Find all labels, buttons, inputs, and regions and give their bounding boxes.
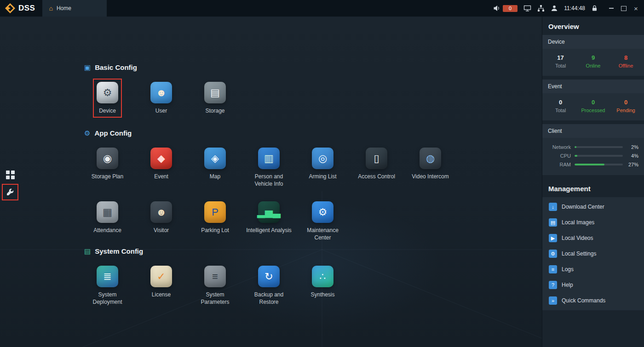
app-tile: ∴ xyxy=(312,266,334,287)
app-tile: ◆ xyxy=(150,148,172,169)
app-item-event[interactable]: ◆ Event xyxy=(134,144,188,198)
minimize-button[interactable] xyxy=(605,0,617,17)
app-item-access-control[interactable]: ▯ Access Control xyxy=(350,144,403,198)
section-title: System Config xyxy=(95,247,143,255)
stat-processed: 0 Processed xyxy=(577,99,610,113)
parking-lot-icon: P xyxy=(212,207,218,217)
stat-value: 17 xyxy=(544,54,577,61)
management-item-quick-commands[interactable]: » Quick Commands xyxy=(542,293,644,308)
system-deployment-icon: ≣ xyxy=(103,272,111,282)
tab-home[interactable]: ⌂ Home xyxy=(42,0,107,17)
alarm-center-button[interactable]: 0 xyxy=(493,5,518,12)
app-item-box: ≣ System Deployment xyxy=(80,262,134,309)
section-header: ▤ System Config xyxy=(84,247,457,255)
event-panel-title: Event xyxy=(542,80,644,93)
app-item-arming-list[interactable]: ◎ Arming List xyxy=(296,144,350,198)
close-button[interactable]: × xyxy=(630,0,642,17)
app-item-user[interactable]: ☻ User xyxy=(134,79,188,132)
client-metric-network: Network 2% xyxy=(548,142,638,151)
config-wrench-button[interactable] xyxy=(2,184,18,200)
app-item-storage[interactable]: ▤ Storage xyxy=(188,79,242,132)
maximize-button[interactable] xyxy=(617,0,630,17)
stat-label: Online xyxy=(577,63,610,68)
app-config-grid: ◉ Storage Plan ◆ Event ◈ Map ▥ Person an… xyxy=(80,144,457,252)
management-item-download-center[interactable]: ↓ Download Center xyxy=(542,199,644,215)
app-item-attendance[interactable]: ▦ Attendance xyxy=(80,198,134,252)
stat-value: 8 xyxy=(610,54,642,61)
metric-bar xyxy=(575,146,623,148)
management-item-local-settings[interactable]: ⚙ Local Settings xyxy=(542,246,644,262)
section-title: Basic Config xyxy=(95,63,137,71)
app-item-visitor[interactable]: ☻ Visitor xyxy=(134,198,188,252)
app-label: Storage xyxy=(205,107,224,114)
device-panel-title: Device xyxy=(542,35,644,49)
tab-home-label: Home xyxy=(57,5,71,11)
arming-list-icon: ◎ xyxy=(318,154,327,164)
stat-online: 9 Online xyxy=(577,54,610,68)
app-item-license[interactable]: ✓ License xyxy=(134,262,188,316)
settings-gear-icon: ⚙ xyxy=(549,250,557,258)
section-app-config: ⚙ App Config ◉ Storage Plan ◆ Event ◈ Ma… xyxy=(80,129,457,252)
maintenance-center-icon: ⚙ xyxy=(318,207,328,217)
client-metric-cpu: CPU 4% xyxy=(548,151,638,160)
app-label: Map xyxy=(210,173,220,180)
app-item-intelligent-analysis[interactable]: ▂▅▃ Intelligent Analysis xyxy=(242,198,296,252)
section-header: ▣ Basic Config xyxy=(84,63,457,71)
app-item-system-deployment[interactable]: ≣ System Deployment xyxy=(80,262,134,316)
app-item-box: ▦ Attendance xyxy=(90,198,125,237)
app-item-video-intercom[interactable]: ◍ Video Intercom xyxy=(403,144,457,198)
metric-value: 27% xyxy=(627,162,638,167)
app-label: Storage Plan xyxy=(92,173,123,180)
app-item-person-and-vehicle-info[interactable]: ▥ Person and Vehicle Info xyxy=(242,144,296,198)
app-item-parking-lot[interactable]: P Parking Lot xyxy=(188,198,242,252)
app-tile: ◎ xyxy=(312,148,334,169)
modules-icon: ▤ xyxy=(84,248,91,255)
grid-icon xyxy=(6,171,15,179)
basic-config-grid: ⚙ Device ☻ User ▤ Storage xyxy=(80,79,457,132)
app-label: Device xyxy=(99,107,116,114)
app-tile: ◉ xyxy=(97,148,118,169)
storage-icon: ▤ xyxy=(210,88,220,98)
apps-grid-button[interactable] xyxy=(2,166,18,183)
management-item-help[interactable]: ? Help xyxy=(542,277,644,293)
app-item-system-parameters[interactable]: ≡ System Parameters xyxy=(188,262,242,316)
app-tile: ☻ xyxy=(150,201,172,223)
app-item-synthesis[interactable]: ∴ Synthesis xyxy=(296,262,350,316)
device-stats: 17 Total 9 Online 8 Offline xyxy=(542,49,644,76)
app-tile: ↻ xyxy=(258,266,280,287)
metric-fill xyxy=(575,164,604,165)
system-parameters-icon: ≡ xyxy=(212,272,218,282)
app-tile: ▯ xyxy=(366,148,387,169)
image-icon: ▤ xyxy=(549,218,557,227)
app-item-device[interactable]: ⚙ Device xyxy=(80,79,134,132)
app-tile: ▤ xyxy=(204,82,226,103)
app-item-maintenance-center[interactable]: ⚙ Maintenance Center xyxy=(296,198,350,252)
stat-value: 0 xyxy=(577,99,610,106)
app-label: User xyxy=(155,107,167,114)
sitemap-icon[interactable] xyxy=(537,5,545,12)
management-label: Logs xyxy=(562,266,574,273)
user-account-icon[interactable] xyxy=(551,5,558,12)
lock-icon[interactable] xyxy=(591,5,598,12)
client-monitor-icon[interactable] xyxy=(523,5,531,12)
app-item-box: ☻ Visitor xyxy=(147,198,176,237)
app-label: Access Control xyxy=(358,173,395,180)
management-item-logs[interactable]: ≡ Logs xyxy=(542,262,644,277)
download-icon: ↓ xyxy=(549,203,557,211)
app-tile: ▥ xyxy=(258,148,280,169)
stat-pending: 0 Pending xyxy=(610,99,642,113)
app-item-backup-and-restore[interactable]: ↻ Backup and Restore xyxy=(242,262,296,316)
dss-logo: DSS xyxy=(0,3,42,14)
user-icon: ☻ xyxy=(156,88,167,98)
app-item-box: ∴ Synthesis xyxy=(307,262,338,301)
management-item-local-images[interactable]: ▤ Local Images xyxy=(542,215,644,230)
stat-label: Total xyxy=(544,63,577,68)
management-item-local-videos[interactable]: ▶ Local Videos xyxy=(542,230,644,246)
section-system-config: ▤ System Config ≣ System Deployment ✓ Li… xyxy=(80,247,457,316)
management-label: Download Center xyxy=(562,204,604,210)
synthesis-icon: ∴ xyxy=(320,272,326,282)
app-item-storage-plan[interactable]: ◉ Storage Plan xyxy=(80,144,134,198)
app-item-map[interactable]: ◈ Map xyxy=(188,144,242,198)
management-title: Management xyxy=(542,179,644,197)
stat-value: 0 xyxy=(544,99,577,106)
